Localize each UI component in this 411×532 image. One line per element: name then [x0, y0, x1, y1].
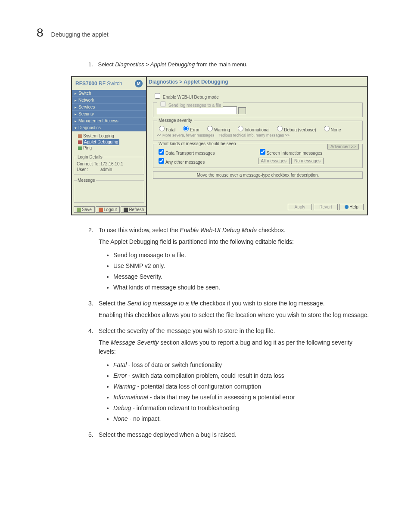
sev-hint-left: << More severe, fewer messages: [157, 133, 215, 137]
logout-button[interactable]: Logout: [96, 206, 120, 213]
save-icon: [77, 208, 81, 212]
chevron-right-icon: [75, 118, 77, 123]
revert-button[interactable]: Revert: [314, 204, 338, 210]
refresh-icon: [124, 208, 128, 212]
step-5-num: 5.: [88, 430, 99, 439]
chevron-right-icon: [75, 105, 77, 109]
tree-applet-debugging[interactable]: Applet Debugging: [78, 139, 144, 145]
help-button[interactable]: Help: [339, 204, 364, 210]
sidebar-buttons: Save Logout Refresh: [72, 205, 146, 215]
severity-legend: Message severity: [157, 118, 194, 123]
bullet: What kinds of message should be seen.: [113, 283, 370, 292]
chk-any-other[interactable]: Any other messages: [157, 157, 258, 165]
log-icon: [78, 134, 82, 138]
kinds-legend: What kinds of messages should be seen: [157, 141, 238, 146]
chevron-right-icon: [75, 112, 77, 116]
login-user-label: User :: [77, 167, 100, 172]
ping-icon: [78, 146, 82, 150]
brand-bar: RFS7000 RF Switch M: [72, 77, 146, 90]
no-messages-button[interactable]: No messages: [291, 158, 324, 164]
brand-kind: RF Switch: [97, 81, 122, 87]
nav-switch[interactable]: Switch: [72, 90, 146, 97]
login-details-box: Login Details Connect To:172.16.10.1 Use…: [74, 155, 144, 174]
login-connect-value: 172.16.10.1: [100, 162, 123, 166]
nav-menu: Switch Network Services Security Managem…: [72, 90, 146, 131]
bug-icon: [78, 140, 82, 144]
chapter-title: Debugging the applet: [51, 31, 109, 38]
tree-system-logging[interactable]: System Logging: [78, 133, 144, 139]
save-button[interactable]: Save: [74, 206, 95, 213]
refresh-button[interactable]: Refresh: [121, 206, 147, 213]
login-connect-label: Connect To:: [77, 162, 100, 166]
tree-ping[interactable]: Ping: [78, 145, 144, 151]
sev-debug[interactable]: Debug (verbose): [275, 128, 316, 132]
step-2-num: 2.: [88, 226, 99, 296]
sev-informational[interactable]: Informational: [236, 128, 270, 132]
step-1-path: Diagnostics > Applet Debugging: [115, 61, 195, 68]
chk-data-transport[interactable]: Data Transport messages: [157, 148, 258, 156]
enable-debug-checkbox[interactable]: [155, 93, 160, 99]
step-4-num: 4.: [88, 327, 99, 428]
help-icon: [345, 205, 349, 209]
apply-button[interactable]: Apply: [288, 204, 312, 210]
bottom-buttons: Apply Revert Help: [147, 202, 367, 212]
breadcrumb: Diagnostics > Applet Debugging: [147, 78, 367, 87]
step-1-suffix: from the main menu.: [195, 61, 248, 68]
brand-model: RFS7000: [75, 81, 97, 87]
login-user-value: admin: [100, 167, 112, 172]
main-panel: Diagnostics > Applet Debugging Enable WE…: [146, 77, 367, 215]
advanced-button[interactable]: Advanced >>: [327, 144, 359, 149]
send-file-checkbox[interactable]: [160, 101, 166, 107]
sev-warning[interactable]: Warning: [205, 128, 230, 132]
kinds-fieldset: What kinds of messages should be seen Ad…: [153, 144, 363, 168]
chapter-number: 8: [37, 26, 44, 40]
login-legend: Login Details: [77, 155, 103, 159]
brand-logo-icon: M: [135, 80, 143, 87]
step-1: 1. Select Diagnostics > Applet Debugging…: [88, 61, 370, 68]
nav-network[interactable]: Network: [72, 97, 146, 104]
nav-services[interactable]: Services: [72, 104, 146, 111]
severity-fieldset: Message severity Fatal Error Warning Inf…: [153, 121, 363, 140]
send-file-legend: Send log messages to a file: [168, 103, 221, 108]
screenshot: RFS7000 RF Switch M Switch Network Servi…: [71, 76, 368, 215]
nav-security[interactable]: Security: [72, 111, 146, 118]
bullet: Send log message to a file.: [113, 251, 370, 260]
chevron-right-icon: [75, 98, 77, 103]
sev-hint-right: Tedious techical info, many messages >>: [218, 133, 290, 137]
nav-subtree: System Logging Applet Debugging Ping: [72, 131, 146, 153]
enable-debug-row: Enable WEB-UI Debug mode: [153, 92, 363, 100]
enable-debug-label: Enable WEB-UI Debug mode: [163, 95, 219, 100]
message-legend: Message: [77, 178, 96, 183]
bullet: Use SNMP v2 only.: [113, 261, 370, 271]
send-file-fieldset: Send log messages to a file: [153, 103, 363, 117]
body-text: 2. To use this window, select the Enable…: [88, 226, 370, 439]
step-1-num: 1.: [88, 61, 93, 68]
message-box: Message: [74, 178, 144, 203]
sev-none[interactable]: None: [322, 128, 341, 132]
nav-diagnostics[interactable]: Diagnostics: [72, 124, 146, 131]
sev-error[interactable]: Error: [181, 128, 199, 132]
chevron-down-icon: [75, 125, 77, 130]
browse-button[interactable]: [238, 107, 246, 114]
step-1-prefix: Select: [98, 61, 115, 68]
sev-fatal[interactable]: Fatal: [157, 128, 175, 132]
step-3-num: 3.: [88, 299, 99, 324]
chapter-header: 8 Debugging the applet: [37, 26, 370, 40]
nav-mgmt-access[interactable]: Management Access: [72, 118, 146, 124]
chevron-right-icon: [75, 91, 77, 96]
all-messages-button[interactable]: All messages: [258, 158, 290, 164]
bullet: Message Severity.: [113, 272, 370, 281]
sidebar: RFS7000 RF Switch M Switch Network Servi…: [72, 77, 146, 215]
logout-icon: [99, 208, 103, 212]
hover-hint: Move the mouse over a message-type check…: [153, 171, 363, 179]
